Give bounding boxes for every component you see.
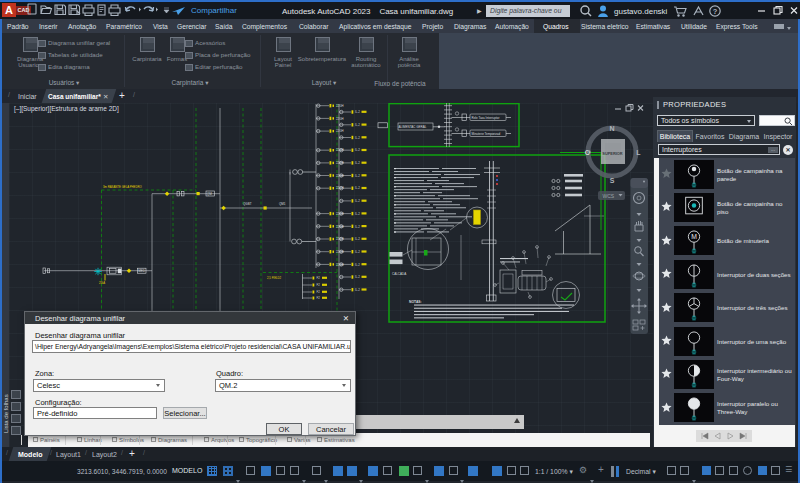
svg-text:IL-2: IL-2: [355, 225, 360, 229]
svg-text:3m RASANTE GELA PHEDRO: 3m RASANTE GELA PHEDRO: [103, 185, 143, 189]
svg-text:M: M: [691, 233, 697, 240]
svg-text:F2: F2: [317, 276, 321, 280]
svg-text:2,5 FIELD2: 2,5 FIELD2: [267, 276, 282, 280]
svg-text:IL-2: IL-2: [355, 199, 360, 203]
svg-text:QM1: QM1: [279, 202, 286, 206]
svg-text:Rele Taxa Interruptor: Rele Taxa Interruptor: [472, 116, 500, 120]
svg-text:Minuterie Temporizad: Minuterie Temporizad: [472, 132, 501, 136]
svg-text:IL-2: IL-2: [355, 186, 360, 190]
svg-text:25kA: 25kA: [99, 281, 105, 285]
svg-text:IL-2: IL-2: [355, 161, 360, 165]
svg-text:QGBT: QGBT: [243, 202, 252, 206]
svg-text:L: L: [636, 149, 641, 156]
svg-text:IL-2: IL-2: [355, 148, 360, 152]
svg-text:IL-2: IL-2: [355, 212, 360, 216]
svg-text:F2: F2: [317, 283, 321, 287]
svg-text:CALCADA: CALCADA: [392, 272, 406, 276]
svg-text:S: S: [610, 177, 615, 184]
svg-text:NOTAS:: NOTAS:: [409, 300, 422, 304]
svg-text:IL-2: IL-2: [355, 263, 360, 267]
svg-text:MED: MED: [138, 269, 146, 273]
svg-text:IL-2: IL-2: [355, 237, 360, 241]
svg-text:?: ?: [713, 7, 718, 16]
svg-text:F2: F2: [317, 290, 321, 294]
svg-text:IL-2: IL-2: [355, 110, 360, 114]
svg-text:IL-2: IL-2: [355, 174, 360, 178]
svg-text:IL-2: IL-2: [355, 275, 360, 279]
svg-text:WCS: WCS: [603, 193, 615, 199]
svg-text:F2: F2: [317, 296, 321, 300]
svg-text:SUPERIOR: SUPERIOR: [602, 151, 623, 156]
svg-text:22/0H: 22/0H: [336, 104, 343, 108]
svg-text:22/0H: 22/0H: [336, 129, 343, 133]
svg-text:IL-2: IL-2: [355, 123, 360, 127]
svg-text:N: N: [609, 125, 614, 132]
svg-text:IL-2: IL-2: [355, 250, 360, 254]
svg-text:22/0H: 22/0H: [336, 117, 343, 121]
svg-text:ALIMENTAC GERAL: ALIMENTAC GERAL: [399, 125, 427, 129]
svg-text:QM: QM: [207, 192, 212, 196]
svg-text:IL-2: IL-2: [355, 288, 360, 292]
svg-text:IL-2: IL-2: [355, 136, 360, 140]
